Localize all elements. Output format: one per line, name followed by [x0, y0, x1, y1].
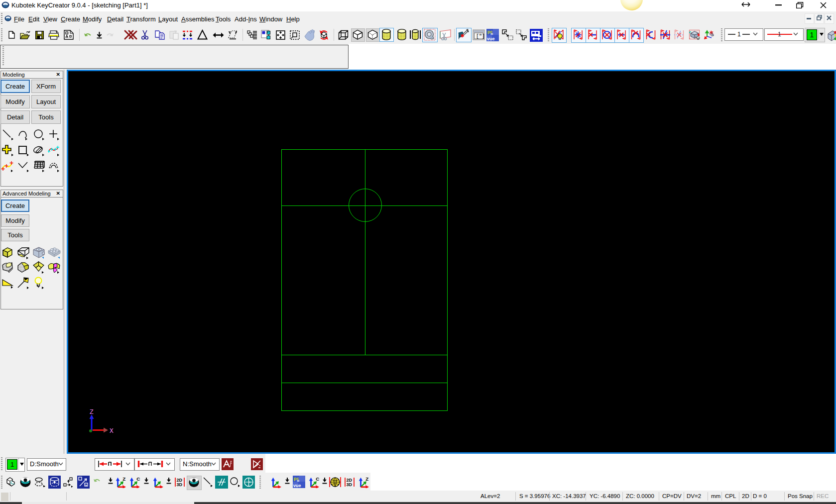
svg-text:Z: Z — [122, 476, 125, 482]
svg-text:1: 1 — [778, 31, 781, 37]
svg-text:vue: vue — [293, 483, 301, 488]
svg-text:X: X — [110, 427, 114, 435]
svg-text:["]: ["] — [476, 34, 485, 39]
svg-text:1: 1 — [737, 31, 741, 37]
svg-text:C: C — [316, 476, 319, 482]
svg-text:Z: Z — [365, 476, 368, 482]
svg-text:vue: vue — [487, 36, 495, 41]
svg-text:C: C — [136, 476, 140, 482]
